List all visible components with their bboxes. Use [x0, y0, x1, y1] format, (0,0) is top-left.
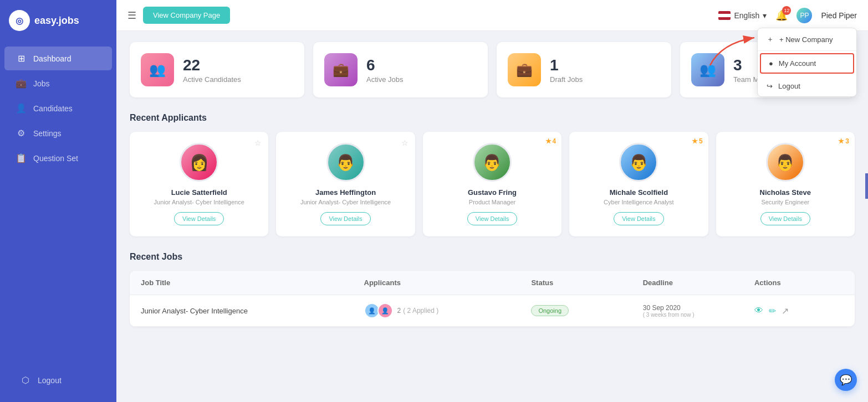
view-details-button-gustavo[interactable]: View Details	[467, 212, 517, 225]
dropdown-new-company[interactable]: ＋ + New Company	[758, 28, 856, 50]
star-badge-gustavo: ★ 4	[545, 137, 556, 145]
stat-label-draft-jobs: Draft Jobs	[550, 75, 583, 84]
view-details-button-nicholas[interactable]: View Details	[760, 212, 810, 225]
stat-number-candidates: 22	[183, 56, 241, 74]
view-details-button-james[interactable]: View Details	[320, 212, 370, 225]
applicant-name-lucie: Lucie Satterfield	[137, 188, 261, 197]
settings-icon: ⚙	[16, 128, 27, 138]
edit-icon[interactable]: ✏	[769, 306, 776, 316]
sidebar-bottom: ⬡ Logout	[0, 358, 116, 402]
stat-card-active-jobs: 💼 6 Active Jobs	[313, 42, 488, 97]
brand-name[interactable]: Pied Piper	[821, 11, 857, 20]
applicant-card-lucie: ☆ 👩 Lucie Satterfield Junior Analyst- Cy…	[130, 132, 268, 236]
avatar-lucie: 👩	[180, 143, 218, 182]
stat-number-active-jobs: 6	[366, 56, 403, 74]
applicant-role-lucie: Junior Analyst- Cyber Intelligence	[137, 199, 261, 205]
star-icon-lucie[interactable]: ☆	[254, 138, 262, 147]
table-header: Job Title Applicants Status Deadline Act…	[130, 271, 855, 295]
menu-icon[interactable]: ☰	[127, 9, 136, 22]
logout-label: Logout	[38, 376, 62, 385]
header-right: English ▾ 🔔 12 PP Pied Piper	[718, 8, 857, 23]
sidebar-item-dashboard[interactable]: ⊞ Dashboard	[4, 47, 112, 70]
sidebar-item-label: Candidates	[33, 104, 73, 113]
applicant-card-james: ☆ 👨 James Heffington Junior Analyst- Cyb…	[276, 132, 415, 236]
language-selector[interactable]: English ▾	[718, 11, 767, 20]
deadline-date: 30 Sep 2020	[643, 304, 754, 312]
logout-icon: ⬡	[20, 375, 31, 385]
job-applicants: 👤 👤 2 ( 2 Applied )	[364, 303, 532, 318]
col-job-title: Job Title	[141, 279, 364, 287]
view-company-page-button[interactable]: View Company Page	[143, 7, 230, 24]
sidebar-item-logout[interactable]: ⬡ Logout	[9, 368, 108, 392]
applicant-role-nicholas: Security Engineer	[724, 199, 847, 205]
stat-icon-candidates: 👥	[141, 53, 174, 86]
dashboard-icon: ⊞	[16, 53, 27, 64]
avatar-gustavo: 👨	[473, 143, 512, 182]
notification-count: 12	[782, 6, 791, 15]
job-title: Junior Analyst- Cyber Intelligence	[141, 307, 364, 315]
feedback-tab[interactable]: Feedback	[866, 173, 868, 199]
star-badge-nicholas: ★ 3	[838, 137, 849, 145]
sidebar-nav: ⊞ Dashboard 💼 Jobs 👤 Candidates ⚙ Settin…	[0, 41, 116, 358]
job-deadline: 30 Sep 2020 ( 3 weeks from now )	[643, 304, 754, 318]
notification-bell[interactable]: 🔔 12	[775, 9, 788, 22]
mini-avatar-2: 👤	[377, 303, 393, 318]
stat-card-candidates: 👥 22 Active Candidates	[130, 42, 304, 97]
sidebar-item-label: Jobs	[33, 79, 50, 88]
applicant-count: 2	[397, 307, 401, 315]
dropdown-my-account[interactable]: ● My Account	[760, 53, 854, 74]
chat-button[interactable]: 💬	[835, 369, 857, 391]
my-account-label: My Account	[779, 59, 816, 68]
sidebar-item-label: Dashboard	[33, 54, 72, 63]
sidebar-item-settings[interactable]: ⚙ Settings	[4, 121, 112, 145]
content-area: 👥 22 Active Candidates 💼 6 Active Jobs 💼…	[116, 31, 868, 402]
applied-text: ( 2 Applied )	[403, 307, 438, 315]
logout-dropdown-icon: ↪	[767, 82, 773, 90]
stat-card-draft-jobs: 💼 1 Draft Jobs	[497, 42, 671, 97]
sidebar-item-question-set[interactable]: 📋 Question Set	[4, 146, 112, 170]
plus-icon: ＋	[767, 34, 774, 44]
applicant-card-michale: ★ 5 👨 Michale Scolfield Cyber Intelligen…	[569, 132, 708, 236]
account-dropdown: ＋ + New Company ● My Account ↪ Logout	[757, 28, 857, 97]
sidebar-item-label: Settings	[33, 129, 62, 138]
job-actions: 👁 ✏ ↗	[754, 306, 844, 316]
applicant-role-michale: Cyber Intelligence Analyst	[577, 199, 700, 205]
view-icon[interactable]: 👁	[754, 306, 763, 316]
view-details-button-lucie[interactable]: View Details	[174, 212, 224, 225]
new-company-label: + New Company	[779, 35, 833, 44]
share-icon[interactable]: ↗	[782, 306, 789, 316]
applicants-grid: ☆ 👩 Lucie Satterfield Junior Analyst- Cy…	[130, 132, 855, 236]
sidebar-item-candidates[interactable]: 👤 Candidates	[4, 96, 112, 120]
deadline-sub: ( 3 weeks from now )	[643, 312, 754, 318]
main-content: ☰ View Company Page English ▾ 🔔 12 PP Pi…	[116, 0, 868, 402]
stat-label-candidates: Active Candidates	[183, 75, 241, 84]
sidebar: ◎ easy.jobs ⊞ Dashboard 💼 Jobs 👤 Candida…	[0, 0, 116, 402]
stat-label-active-jobs: Active Jobs	[366, 75, 403, 84]
recent-jobs-title: Recent Jobs	[130, 252, 855, 262]
language-label: English	[734, 11, 759, 20]
stat-info-active-jobs: 6 Active Jobs	[366, 56, 403, 84]
dropdown-logout[interactable]: ↪ Logout	[758, 76, 856, 96]
jobs-icon: 💼	[16, 78, 27, 89]
stat-number-draft-jobs: 1	[550, 56, 583, 74]
job-status: Ongoing	[531, 305, 642, 316]
jobs-table: Job Title Applicants Status Deadline Act…	[130, 271, 855, 327]
star-icon-james[interactable]: ☆	[401, 138, 409, 147]
stat-icon-draft-jobs: 💼	[508, 53, 541, 86]
chat-icon: 💬	[840, 374, 852, 386]
applicant-name-michale: Michale Scolfield	[577, 188, 700, 197]
candidates-icon: 👤	[16, 103, 27, 114]
sidebar-logo[interactable]: ◎ easy.jobs	[0, 0, 116, 41]
avatar-michale: 👨	[619, 143, 658, 182]
stats-grid: 👥 22 Active Candidates 💼 6 Active Jobs 💼…	[130, 42, 855, 97]
view-details-button-michale[interactable]: View Details	[614, 212, 663, 225]
brand-avatar: PP	[796, 8, 812, 23]
stat-icon-active-jobs: 💼	[324, 53, 358, 86]
status-badge: Ongoing	[531, 305, 569, 316]
recent-jobs-section: Recent Jobs Job Title Applicants Status …	[130, 252, 855, 327]
col-actions: Actions	[754, 279, 844, 287]
stat-icon-team-members: 👥	[691, 53, 724, 86]
applicant-name-nicholas: Nicholas Steve	[724, 188, 847, 197]
sidebar-item-jobs[interactable]: 💼 Jobs	[4, 71, 112, 95]
applicant-name-gustavo: Gustavo Fring	[431, 188, 554, 197]
